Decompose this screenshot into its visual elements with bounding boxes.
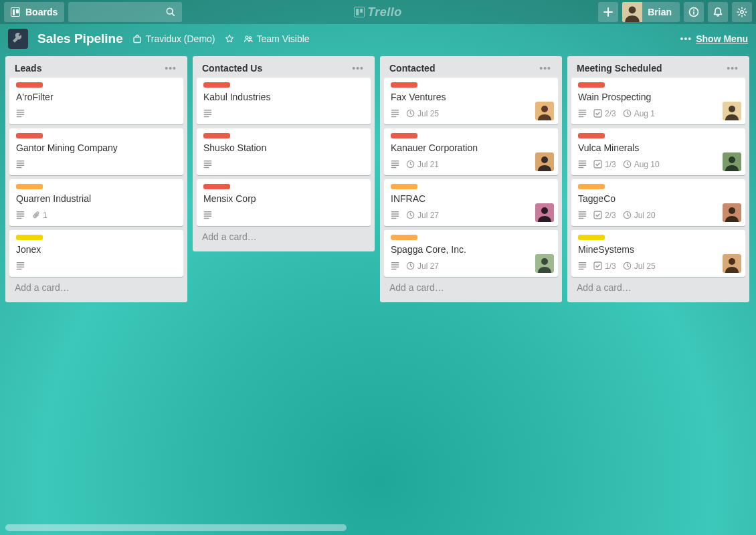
card-label [16, 184, 43, 189]
user-menu[interactable]: Brian [622, 2, 680, 22]
boards-icon [11, 7, 20, 17]
card[interactable]: Gantor Mining Company [9, 128, 183, 175]
list: Contacted Us ••• Kabul Industries Shusko… [193, 56, 375, 251]
description-icon [578, 109, 587, 118]
card-badges [203, 209, 364, 222]
clock-icon [406, 261, 415, 270]
clock-icon [406, 160, 415, 169]
card-title: MineSystems [578, 243, 739, 256]
card-badges [203, 158, 364, 171]
list-menu-button[interactable]: ••• [537, 63, 554, 74]
list-title[interactable]: Meeting Scheduled [577, 63, 724, 74]
description-icon [203, 160, 212, 169]
search-icon [166, 7, 175, 17]
card-member[interactable] [723, 203, 741, 222]
description-icon [391, 261, 399, 270]
card[interactable]: Kanauer Corporation Jul 21 [384, 128, 558, 175]
horizontal-scrollbar[interactable] [5, 524, 347, 531]
due-date: Jul 20 [634, 211, 656, 220]
briefcase-icon [132, 34, 142, 43]
list-title[interactable]: Leads [15, 63, 162, 74]
card[interactable]: Fax Ventures Jul 25 [384, 78, 558, 124]
card[interactable]: A'roFilter [9, 78, 183, 124]
board-header: Sales Pipeline Travidux (Demo) Team Visi… [0, 24, 756, 54]
description-icon [16, 160, 25, 169]
card[interactable]: Spagga Core, Inc. Jul 27 [384, 230, 558, 277]
description-icon [16, 261, 25, 270]
card[interactable]: Mensix Corp [197, 179, 371, 226]
card-member[interactable] [723, 102, 741, 120]
list-title[interactable]: Contacted [389, 63, 537, 74]
description-icon [578, 160, 587, 169]
card[interactable]: Shusko Station [197, 128, 371, 175]
clock-icon [623, 211, 632, 219]
settings-button[interactable] [732, 2, 752, 22]
card-title: Kabul Industries [203, 91, 364, 104]
checklist-count: 2/3 [605, 109, 616, 118]
svg-point-20 [541, 106, 548, 112]
card-member[interactable] [723, 152, 741, 171]
card-member[interactable] [535, 152, 554, 171]
card-title: Mensix Corp [203, 193, 364, 205]
list-title[interactable]: Contacted Us [202, 63, 349, 74]
card-title: Quarren Industrial [16, 193, 177, 205]
star-button[interactable] [225, 34, 234, 43]
description-icon [203, 109, 212, 118]
card-member[interactable] [535, 203, 554, 222]
card-badges [16, 158, 177, 171]
card[interactable]: Vulca Minerals 1/3Aug 10 [571, 128, 745, 175]
card[interactable]: Kabul Industries [197, 78, 371, 124]
trello-icon [354, 7, 365, 17]
org-link[interactable]: Travidux (Demo) [132, 33, 215, 44]
board-title[interactable]: Sales Pipeline [37, 31, 123, 46]
card-title: Wain Prospecting [578, 91, 739, 104]
show-menu-label: Show Menu [696, 33, 748, 44]
list-menu-button[interactable]: ••• [349, 63, 367, 74]
brand-logo[interactable]: Trello [354, 5, 402, 19]
brand-name: Trello [367, 5, 402, 19]
card-label [391, 133, 417, 138]
card-badges: 1 [16, 209, 177, 222]
description-icon [578, 211, 587, 219]
show-menu-button[interactable]: ••• Show Menu [680, 33, 749, 44]
due-date: Jul 27 [417, 211, 439, 220]
checklist-icon [593, 109, 602, 118]
add-card-button[interactable]: Add a card… [384, 277, 558, 298]
card[interactable]: Wain Prospecting 2/3Aug 1 [571, 78, 745, 124]
card-member[interactable] [535, 102, 554, 120]
due-date: Jul 21 [417, 160, 439, 169]
card-member[interactable] [723, 254, 741, 273]
svg-point-18 [629, 6, 636, 13]
team-icon [244, 34, 253, 43]
card-title: Jonex [16, 243, 177, 256]
visibility-button[interactable]: Team Visible [244, 33, 310, 44]
notifications-button[interactable] [708, 2, 728, 22]
plus-icon [603, 7, 613, 17]
add-card-button[interactable]: Add a card… [571, 277, 745, 298]
card-member[interactable] [535, 254, 554, 273]
card[interactable]: Quarren Industrial 1 [9, 179, 183, 226]
boards-label: Boards [25, 7, 58, 17]
create-button[interactable] [598, 2, 618, 22]
list-menu-button[interactable]: ••• [724, 63, 741, 74]
clock-icon [623, 261, 632, 270]
card[interactable]: INFRAC Jul 27 [384, 179, 558, 226]
svg-point-30 [729, 156, 735, 163]
list-menu-button[interactable]: ••• [162, 63, 179, 74]
card-label [16, 133, 43, 138]
checklist-count: 1/3 [605, 160, 616, 169]
board-icon [8, 29, 28, 49]
search-input[interactable] [68, 2, 182, 22]
card[interactable]: Jonex [9, 230, 183, 277]
info-button[interactable] [684, 2, 704, 22]
card-label [203, 133, 230, 138]
card[interactable]: TaggeCo 2/3Jul 20 [571, 179, 745, 226]
checklist-count: 1/3 [605, 261, 616, 271]
card[interactable]: MineSystems 1/3Jul 25 [571, 230, 745, 277]
boards-button[interactable]: Boards [4, 2, 64, 22]
add-card-button[interactable]: Add a card… [9, 277, 183, 298]
bell-icon [713, 7, 723, 17]
list: Meeting Scheduled ••• Wain Prospecting 2… [567, 56, 749, 302]
description-icon [391, 109, 399, 118]
add-card-button[interactable]: Add a card… [197, 226, 371, 247]
